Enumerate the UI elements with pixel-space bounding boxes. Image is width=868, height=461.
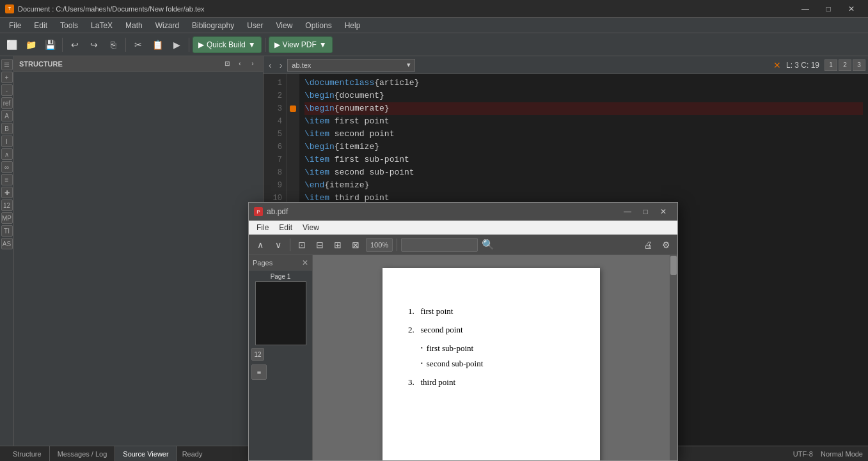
tab-next-btn[interactable]: ›	[277, 60, 285, 70]
left-icon-7[interactable]: I	[1, 136, 13, 147]
ln-9: 9	[278, 179, 282, 192]
menu-latex[interactable]: LaTeX	[84, 18, 119, 33]
menu-options[interactable]: Options	[299, 18, 338, 33]
page-icon[interactable]: ≡	[251, 364, 267, 380]
save-button[interactable]: 💾	[41, 36, 59, 54]
pdf-fit-width-btn[interactable]: ⊟	[312, 237, 327, 253]
pdf-menu-edit[interactable]: Edit	[274, 221, 297, 235]
undo-button[interactable]: ↩	[66, 36, 84, 54]
menu-file[interactable]: File	[3, 18, 28, 33]
page-num-badge[interactable]: 12	[251, 348, 264, 361]
pdf-print-btn[interactable]: 🖨	[640, 237, 656, 253]
left-icon-1[interactable]: ☰	[1, 59, 13, 70]
left-icon-12[interactable]: 12	[1, 199, 13, 211]
left-icon-14[interactable]: TI	[1, 225, 13, 237]
structure-header: STRUCTURE ⊡ ‹ ›	[14, 56, 263, 72]
left-icon-5[interactable]: A	[1, 110, 13, 121]
view-pdf-button[interactable]: ▶ View PDF ▼	[269, 36, 333, 53]
menu-help[interactable]: Help	[338, 18, 367, 33]
view-btn-1[interactable]: 1	[825, 59, 837, 71]
app-icon: T	[5, 4, 14, 13]
page-1-thumb[interactable]	[255, 281, 306, 345]
editor-error-btn[interactable]: ✕	[773, 60, 781, 70]
copy-button[interactable]: ⎘	[104, 36, 122, 54]
left-icon-4[interactable]: ref	[1, 97, 13, 109]
maximize-button[interactable]: □	[817, 0, 840, 18]
pdf-close-btn[interactable]: ✕	[654, 203, 672, 221]
pdf-next-page-btn[interactable]: ∨	[271, 237, 286, 253]
paste-button[interactable]: 📋	[148, 36, 166, 54]
pdf-scrollbar[interactable]	[670, 255, 677, 460]
pages-close-btn[interactable]: ✕	[302, 258, 308, 267]
quick-build-button[interactable]: ▶ Quick Build ▼	[193, 36, 262, 53]
pdf-fit-height-btn[interactable]: ⊞	[330, 237, 345, 253]
menu-edit[interactable]: Edit	[28, 18, 54, 33]
pdf-scrollbar-thumb[interactable]	[670, 256, 677, 275]
gutter-7	[287, 153, 299, 166]
left-icons: ☰ + - ref A B I ∧ ∞ ≡ ✚ 12 MP TI AS	[0, 56, 14, 446]
pdf-menu-view[interactable]: View	[297, 221, 324, 235]
pdf-zoom-level[interactable]: 100%	[366, 238, 393, 252]
separator-1	[62, 38, 63, 52]
menu-user[interactable]: User	[241, 18, 269, 33]
cut-button[interactable]: ✂	[129, 36, 147, 54]
ln-5: 5	[278, 128, 282, 141]
left-icon-6[interactable]: B	[1, 123, 13, 134]
left-icon-3[interactable]: -	[1, 84, 13, 96]
view-btn-2[interactable]: 2	[839, 59, 851, 71]
pdf-settings-btn[interactable]: ⚙	[658, 237, 674, 253]
new-button[interactable]: ⬜	[3, 36, 20, 54]
pdf-title: ab.pdf	[267, 207, 288, 216]
statusbar-tab-structure[interactable]: Structure	[5, 446, 50, 462]
view-pdf-play-icon: ▶	[274, 40, 280, 49]
structure-next-btn[interactable]: ›	[248, 59, 258, 69]
menu-wizard[interactable]: Wizard	[149, 18, 185, 33]
minimize-button[interactable]: —	[794, 0, 817, 18]
compile-button[interactable]: ▶	[168, 36, 185, 54]
structure-resize-btn[interactable]: ⊡	[222, 59, 232, 69]
code-line-1: \documentclass{article}	[304, 77, 863, 90]
pdf-zoom-out-btn[interactable]: ⊠	[348, 237, 363, 253]
toolbar: ⬜ 📁 💾 ↩ ↪ ⎘ ✂ 📋 ▶ ▶ Quick Build ▼ ▶ View…	[0, 33, 868, 56]
pages-title: Pages	[253, 259, 272, 267]
redo-button[interactable]: ↪	[85, 36, 103, 54]
breakpoint-dot[interactable]	[290, 105, 296, 112]
left-icon-11[interactable]: ✚	[1, 187, 13, 198]
code-line-4: \item first point	[304, 115, 863, 128]
left-icon-8[interactable]: ∧	[1, 148, 13, 160]
pdf-title-left: P ab.pdf	[254, 207, 288, 216]
separator-4	[265, 38, 265, 52]
ln-4: 4	[278, 115, 282, 128]
menu-math[interactable]: Math	[119, 18, 149, 33]
menu-view[interactable]: View	[270, 18, 299, 33]
statusbar-tab-source[interactable]: Source Viewer	[115, 446, 177, 462]
left-icon-9[interactable]: ∞	[1, 161, 13, 173]
pdf-menu-file[interactable]: File	[251, 221, 274, 235]
pdf-fit-page-btn[interactable]: ⊡	[294, 237, 310, 253]
file-tab[interactable]: ab.tex ▾	[287, 59, 415, 72]
left-icon-10[interactable]: ≡	[1, 174, 13, 185]
left-icon-15[interactable]: AS	[1, 238, 13, 249]
left-icon-2[interactable]: +	[1, 72, 13, 83]
ln-7: 7	[278, 153, 282, 166]
view-pdf-arrow: ▼	[319, 40, 327, 49]
pdf-search-input[interactable]	[401, 238, 478, 252]
editor-status-right: ✕ L: 3 C: 19 1 2 3	[773, 59, 865, 71]
pdf-maximize-btn[interactable]: □	[636, 203, 654, 221]
pdf-search-btn[interactable]: 🔍	[480, 237, 496, 253]
separator-3	[189, 38, 189, 52]
menu-bibliography[interactable]: Bibliography	[185, 18, 241, 33]
statusbar-tab-messages[interactable]: Messages / Log	[50, 446, 116, 462]
close-button[interactable]: ✕	[840, 0, 863, 18]
pdf-sub-item-2: • second sub-point	[421, 357, 574, 371]
open-button[interactable]: 📁	[22, 36, 40, 54]
menu-tools[interactable]: Tools	[54, 18, 84, 33]
pdf-minimize-btn[interactable]: —	[619, 203, 636, 221]
structure-prev-btn[interactable]: ‹	[235, 59, 245, 69]
tab-prev-btn[interactable]: ‹	[266, 60, 274, 70]
structure-content	[14, 72, 263, 446]
left-icon-13[interactable]: MP	[1, 212, 13, 224]
view-btns: 1 2 3	[825, 59, 865, 71]
pdf-prev-page-btn[interactable]: ∧	[253, 237, 268, 253]
view-btn-3[interactable]: 3	[853, 59, 865, 71]
